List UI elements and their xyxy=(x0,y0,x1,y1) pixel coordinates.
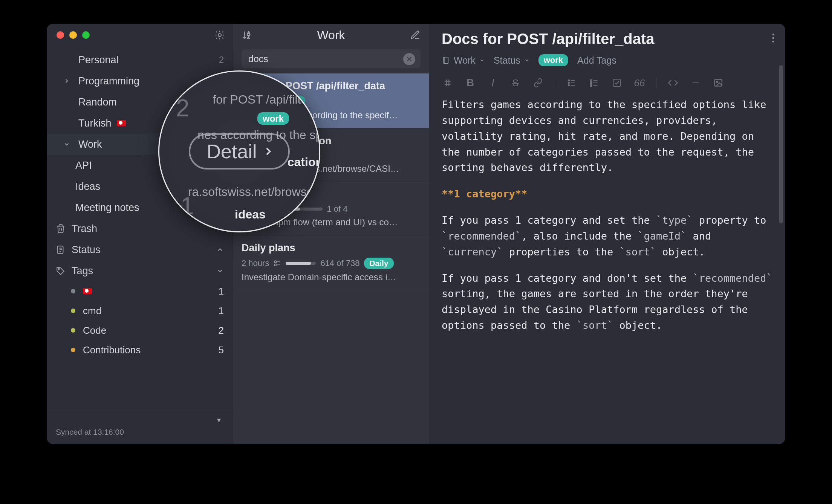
trash-icon xyxy=(56,224,66,234)
svg-point-11 xyxy=(772,41,774,43)
minimize-window-button[interactable] xyxy=(69,31,77,39)
editor-scrollbar[interactable] xyxy=(779,65,783,223)
strike-button[interactable]: S xyxy=(509,77,522,89)
svg-point-2 xyxy=(58,269,60,270)
tag-icon xyxy=(56,266,66,276)
sync-status: Synced at 13:16:00 xyxy=(56,428,224,437)
svg-point-0 xyxy=(218,34,221,37)
checklist-button[interactable] xyxy=(611,77,623,89)
svg-rect-7 xyxy=(275,261,277,263)
editor-pane: Docs for POST /api/filter_data Work Stat… xyxy=(429,24,785,444)
note-time: 2 hours xyxy=(242,258,269,268)
paragraph: If you pass 1 category and set the `type… xyxy=(442,212,772,260)
progress-bar xyxy=(286,262,316,265)
window-traffic-lights xyxy=(57,31,90,39)
tag-row-code[interactable]: Code 2 xyxy=(47,321,233,340)
sidebar-item-label: Meeting notes xyxy=(75,202,139,214)
tag-dot-icon xyxy=(71,309,75,313)
heading-button[interactable] xyxy=(442,77,454,89)
svg-point-20 xyxy=(568,82,569,83)
sidebar-item-personal[interactable]: Personal 2 xyxy=(47,49,233,70)
status-icon xyxy=(56,245,66,255)
tag-label: Contributions xyxy=(83,344,141,356)
magnifier-number-top: 2 xyxy=(176,94,190,122)
sidebar-item-label: Turkish xyxy=(78,118,112,129)
svg-point-9 xyxy=(772,34,774,35)
document-body[interactable]: Filters games according to the specified… xyxy=(442,97,772,344)
settings-button[interactable] xyxy=(214,29,225,41)
compose-note-button[interactable] xyxy=(410,30,421,40)
flag-tr-icon xyxy=(117,120,126,126)
magnifier-ghost-tag: work xyxy=(257,111,289,125)
document-meta: Work Status work Add Tags xyxy=(442,54,772,66)
tag-dot-icon xyxy=(71,328,75,333)
add-tags-button[interactable]: Add Tags xyxy=(577,55,616,66)
sidebar-item-label: Work xyxy=(78,139,102,150)
italic-button[interactable]: I xyxy=(487,77,499,89)
chevron-down-icon[interactable] xyxy=(63,141,73,148)
heading-markdown: **1 category** xyxy=(442,186,772,202)
tag-row-cmd[interactable]: cmd 1 xyxy=(47,301,233,321)
zoom-window-button[interactable] xyxy=(82,31,90,39)
svg-text:A: A xyxy=(247,31,250,35)
tag-label: cmd xyxy=(83,305,101,317)
footer-dropdown-icon[interactable]: ▾ xyxy=(217,415,224,425)
paragraph: Filters games according to the specified… xyxy=(442,97,772,176)
progress-text: 1 of 4 xyxy=(327,204,348,214)
note-preview: Investigate Domain-specific access i… xyxy=(242,272,421,283)
chevron-up-icon[interactable] xyxy=(216,246,224,254)
svg-rect-8 xyxy=(275,264,277,266)
image-button[interactable] xyxy=(712,77,724,89)
bold-button[interactable]: B xyxy=(464,77,476,89)
sidebar-item-label: Personal xyxy=(78,54,119,66)
chevron-right-icon[interactable] xyxy=(63,78,73,84)
chevron-down-icon[interactable] xyxy=(216,267,224,275)
sidebar-item-count: 2 xyxy=(219,55,224,65)
tag-count: 5 xyxy=(219,344,224,356)
sidebar-footer: ▾ Synced at 13:16:00 xyxy=(47,410,233,444)
doc-tag-pill[interactable]: work xyxy=(538,54,568,66)
tag-row-flag[interactable]: 1 xyxy=(47,281,233,301)
detail-label: Detail xyxy=(207,140,257,163)
tag-row-contributions[interactable]: Contributions 5 xyxy=(47,340,233,360)
toolbar-separator xyxy=(555,77,555,89)
magnifier-ghost-text: ideas xyxy=(235,208,266,221)
app-window: Personal 2 Programming Random Turkish Wo… xyxy=(47,24,785,444)
tag-dot-icon xyxy=(71,289,75,293)
link-button[interactable] xyxy=(532,77,544,89)
notebook-selector[interactable]: Work xyxy=(442,55,485,66)
flag-tr-icon xyxy=(83,288,92,294)
list-title: Work xyxy=(317,28,345,42)
code-button[interactable] xyxy=(667,77,679,89)
note-item[interactable]: Daily plans 2 hours 614 of 738 Daily Inv… xyxy=(233,235,429,290)
quote-button[interactable]: 66 xyxy=(633,77,645,89)
sidebar-tags[interactable]: Tags xyxy=(47,260,233,281)
magnifier-overlay: 2 for POST /api/filter_data work nes acc… xyxy=(158,70,320,232)
search-wrap: ✕ xyxy=(233,46,429,73)
trash-label: Trash xyxy=(72,223,97,235)
svg-point-18 xyxy=(568,80,569,81)
hr-button[interactable] xyxy=(690,77,702,89)
checklist-icon xyxy=(274,260,281,267)
document-title[interactable]: Docs for POST /api/filter_data xyxy=(442,31,772,47)
tag-label: Code xyxy=(83,325,106,336)
svg-rect-32 xyxy=(714,79,722,86)
bullet-list-button[interactable] xyxy=(566,77,578,89)
sidebar-status[interactable]: Status xyxy=(47,239,233,260)
close-window-button[interactable] xyxy=(57,31,64,39)
svg-point-33 xyxy=(716,81,718,83)
sort-button[interactable]: AZ xyxy=(242,30,252,40)
sidebar-item-label: API xyxy=(75,160,92,171)
numbered-list-button[interactable]: 123 xyxy=(588,77,600,89)
note-tag-pill: Daily xyxy=(364,258,393,269)
tag-count: 1 xyxy=(219,286,224,297)
magnifier-ghost-text: ra.softswiss.net/browse/CASI… xyxy=(188,185,320,199)
more-options-button[interactable] xyxy=(772,33,775,43)
magnifier-ghost-text: cation xyxy=(288,155,320,169)
tags-label: Tags xyxy=(72,265,93,277)
clear-search-button[interactable]: ✕ xyxy=(403,53,415,65)
svg-text:Z: Z xyxy=(247,35,250,39)
search-input[interactable] xyxy=(242,49,421,68)
status-selector[interactable]: Status xyxy=(494,55,529,66)
toolbar-separator xyxy=(656,77,656,89)
